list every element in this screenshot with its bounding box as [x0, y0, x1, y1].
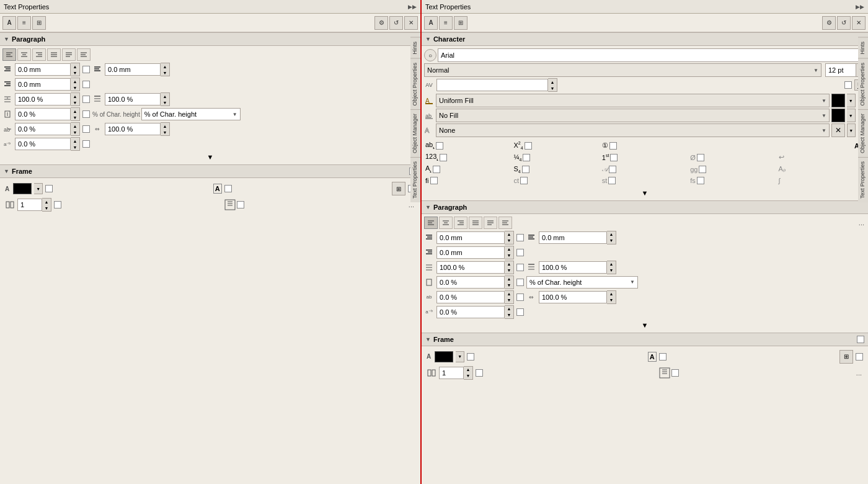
right-obj-props-tab[interactable]: Object Properties: [858, 58, 868, 110]
reset-btn[interactable]: ↺: [389, 16, 403, 30]
uniform-fill-dropdown[interactable]: Uniform Fill ▼: [436, 94, 830, 107]
para-spacing-down[interactable]: ▼: [161, 99, 169, 105]
left-indent-input[interactable]: [15, 63, 71, 76]
right-baseline-down[interactable]: ▼: [505, 312, 513, 318]
word-spacing-spinbox[interactable]: ▲ ▼: [15, 122, 80, 136]
right-right-indent-down[interactable]: ▼: [607, 238, 616, 244]
columns-input[interactable]: [17, 199, 42, 211]
left-indent-spinbox[interactable]: ▲ ▼: [15, 63, 80, 76]
align-right-btn[interactable]: [32, 48, 46, 61]
right-baseline-cb[interactable]: [516, 308, 524, 316]
outline-dropdown[interactable]: None ▼: [436, 123, 830, 137]
effect-ordinal-cb[interactable]: [610, 154, 618, 161]
right-line-spacing-input[interactable]: [436, 261, 505, 274]
right-panel-expand[interactable]: ▶▶: [856, 4, 864, 10]
char-spacing-input[interactable]: [105, 123, 161, 135]
line-spacing-input[interactable]: [15, 93, 71, 105]
frame-fit-btn[interactable]: ⊞: [392, 182, 405, 195]
effect-ligature-cb[interactable]: [430, 177, 438, 184]
para-collapse[interactable]: ▼: [2, 152, 418, 162]
frame-color-swatch[interactable]: [13, 183, 32, 194]
right-line-spacing-cb[interactable]: [516, 264, 524, 271]
right-align-justify2-btn[interactable]: [484, 217, 497, 229]
right-para-spacing-up[interactable]: ▲: [607, 261, 616, 267]
right-obj-mgr-tab[interactable]: Object Manager: [858, 109, 868, 157]
kerning-down[interactable]: ▼: [548, 85, 557, 91]
baseline-up[interactable]: ▲: [71, 138, 79, 144]
right-first-indent-up[interactable]: ▲: [505, 246, 513, 253]
first-indent-checkbox[interactable]: [82, 81, 90, 88]
text-flow-checkbox[interactable]: [237, 201, 244, 208]
right-frame-section-checkbox[interactable]: [857, 336, 864, 343]
right-align-center-btn[interactable]: [439, 217, 453, 229]
right-columns-spinbox[interactable]: ▲ ▼: [439, 366, 473, 380]
right-text-tool-btn[interactable]: A: [424, 16, 438, 30]
right-line-spacing-spinbox[interactable]: ▲ ▼: [436, 261, 514, 274]
right-size-input[interactable]: [825, 63, 856, 77]
right-indent-up[interactable]: ▲: [161, 63, 169, 69]
para-spacing-spinbox[interactable]: ▲ ▼: [105, 92, 170, 106]
no-fill-dropdown[interactable]: No Fill ▼: [436, 109, 830, 122]
left-obj-mgr-tab[interactable]: Object Manager: [410, 109, 420, 157]
right-frame-fit-cb[interactable]: [856, 353, 863, 361]
settings-btn[interactable]: ⚙: [374, 16, 388, 30]
char-collapse[interactable]: ▼: [424, 188, 866, 198]
kerning-up[interactable]: ▲: [548, 79, 557, 85]
right-columns-up[interactable]: ▲: [464, 367, 472, 373]
frame-btn[interactable]: ⊞: [32, 16, 46, 30]
right-align-justify-btn[interactable]: [469, 217, 482, 229]
right-char-spacing-input[interactable]: [539, 291, 607, 303]
frame-color-dropdown[interactable]: ▼: [34, 183, 43, 194]
left-indent-up[interactable]: ▲: [71, 63, 79, 69]
right-para-spacing-spinbox[interactable]: ▲ ▼: [539, 261, 616, 274]
baseline-input[interactable]: [15, 138, 71, 150]
para-spacing-input[interactable]: [105, 93, 161, 105]
left-hints-tab[interactable]: Hints: [410, 37, 420, 58]
right-settings-btn[interactable]: ⚙: [822, 16, 836, 30]
effect-ct-cb[interactable]: [520, 177, 528, 184]
baseline-checkbox[interactable]: [82, 140, 90, 148]
right-first-indent-spinbox[interactable]: ▲ ▼: [436, 246, 514, 259]
columns-up[interactable]: ▲: [42, 199, 51, 205]
right-left-indent-input[interactable]: [436, 231, 505, 244]
word-spacing-checkbox[interactable]: [82, 125, 90, 133]
right-reset-btn[interactable]: ↺: [837, 16, 851, 30]
right-frame-more-btn[interactable]: ...: [855, 369, 863, 377]
right-panel-scroll[interactable]: ▼ Character ○ Arial ▼ Normal ▼: [422, 32, 868, 484]
right-char-height-cb[interactable]: [516, 279, 524, 286]
effect-fraction-cb[interactable]: [523, 154, 530, 161]
paragraph-btn[interactable]: ≡: [17, 16, 31, 30]
right-columns-down[interactable]: ▼: [464, 373, 472, 379]
close-btn[interactable]: ✕: [404, 16, 418, 30]
right-frame-color-swatch[interactable]: [435, 351, 453, 362]
effect-swash-cb[interactable]: [609, 166, 616, 173]
outline-x-btn[interactable]: ✕: [831, 123, 845, 137]
right-align-left-btn[interactable]: [424, 217, 438, 229]
uniform-fill-color-dropdown[interactable]: ▼: [847, 94, 856, 107]
right-char-height-input[interactable]: [436, 276, 505, 289]
right-para-spacing-input[interactable]: [539, 261, 607, 274]
right-char-height-down[interactable]: ▼: [505, 282, 513, 289]
kerning-input[interactable]: [436, 79, 548, 91]
left-panel-scroll[interactable]: ▼ Paragraph: [0, 32, 420, 484]
right-first-indent-cb[interactable]: [516, 249, 524, 256]
first-indent-down[interactable]: ▼: [71, 84, 79, 91]
char-spacing-down[interactable]: ▼: [161, 129, 169, 135]
right-char-height-up[interactable]: ▲: [505, 276, 513, 282]
right-para-more-btn[interactable]: ...: [857, 219, 866, 226]
right-columns-input[interactable]: [439, 367, 464, 379]
columns-checkbox[interactable]: [54, 201, 61, 208]
left-indent-checkbox[interactable]: [82, 66, 90, 73]
left-panel-expand[interactable]: ▶▶: [408, 4, 417, 10]
align-justify2-btn[interactable]: [62, 48, 76, 61]
right-paragraph-btn[interactable]: ≡: [439, 16, 453, 30]
right-frame-text-cb[interactable]: [659, 353, 666, 361]
uniform-fill-color[interactable]: [831, 94, 845, 107]
para-spacing-up[interactable]: ▲: [161, 93, 169, 99]
align-left-btn[interactable]: [2, 48, 16, 61]
kerning-checkbox[interactable]: [844, 81, 852, 89]
word-spacing-input[interactable]: [15, 123, 71, 135]
right-char-height-spinbox[interactable]: ▲ ▼: [436, 276, 514, 289]
right-word-spacing-cb[interactable]: [516, 294, 524, 301]
effect-slashedzero-cb[interactable]: [697, 154, 704, 161]
